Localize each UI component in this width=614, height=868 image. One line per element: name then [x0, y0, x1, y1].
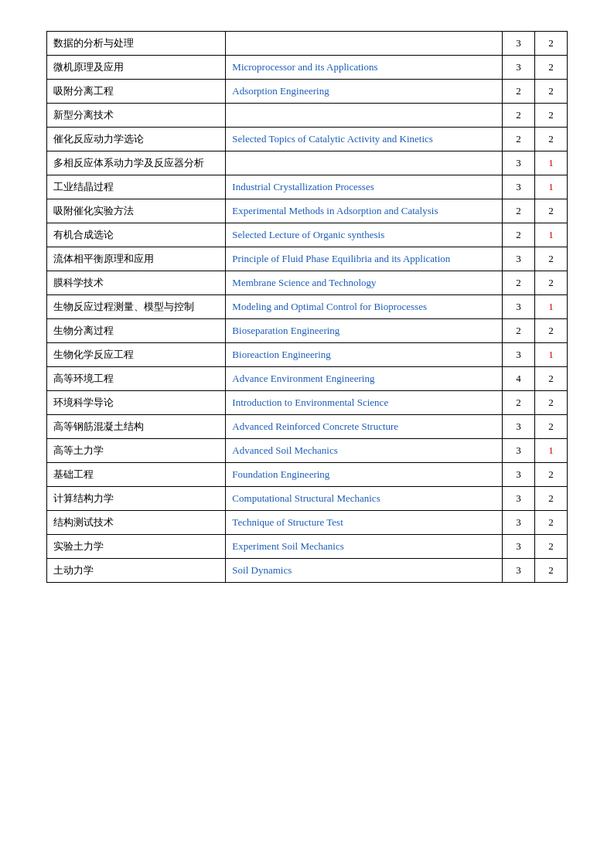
- course-hours: 2: [534, 128, 567, 151]
- course-credit: 3: [502, 295, 534, 319]
- course-chinese-name: 微机原理及应用: [47, 56, 226, 80]
- course-hours: 2: [534, 199, 567, 223]
- course-hours: 2: [534, 559, 567, 583]
- course-credit: 3: [502, 247, 534, 271]
- course-hours: 2: [534, 104, 567, 128]
- course-credit: 2: [502, 223, 534, 247]
- course-chinese-name: 吸附分离工程: [47, 80, 226, 104]
- course-chinese-name: 结构测试技术: [47, 511, 226, 535]
- course-english-name: Foundation Engineering: [226, 463, 503, 487]
- table-row: 生物分离过程Bioseparation Engineering22: [47, 319, 568, 343]
- course-credit: 3: [502, 343, 534, 367]
- table-row: 高等环境工程Advance Environment Engineering42: [47, 367, 568, 391]
- course-credit: 2: [502, 104, 534, 128]
- table-row: 有机合成选论Selected Lecture of Organic synthe…: [47, 223, 568, 247]
- course-credit: 3: [502, 151, 534, 175]
- course-hours: 2: [534, 535, 567, 559]
- course-hours: 2: [534, 80, 567, 104]
- course-credit: 3: [502, 511, 534, 535]
- course-credit: 3: [502, 32, 534, 56]
- table-row: 流体相平衡原理和应用Principle of Fluid Phase Equil…: [47, 247, 568, 271]
- table-row: 多相反应体系动力学及反应器分析31: [47, 151, 568, 175]
- table-row: 工业结晶过程Industrial Crystallization Process…: [47, 175, 568, 199]
- course-credit: 3: [502, 535, 534, 559]
- course-credit: 2: [502, 319, 534, 343]
- table-row: 催化反应动力学选论Selected Topics of Catalytic Ac…: [47, 128, 568, 151]
- course-credit: 3: [502, 56, 534, 80]
- course-english-name: Experimental Methods in Adsorption and C…: [226, 199, 503, 223]
- course-hours: 2: [534, 415, 567, 439]
- course-hours: 2: [534, 391, 567, 415]
- course-english-name: Microprocessor and its Applications: [226, 56, 503, 80]
- course-credit: 3: [502, 487, 534, 511]
- course-chinese-name: 高等环境工程: [47, 367, 226, 391]
- table-row: 土动力学Soil Dynamics32: [47, 559, 568, 583]
- course-chinese-name: 实验土力学: [47, 535, 226, 559]
- table-row: 基础工程Foundation Engineering32: [47, 463, 568, 487]
- table-row: 实验土力学Experiment Soil Mechanics32: [47, 535, 568, 559]
- course-english-name: Selected Lecture of Organic synthesis: [226, 223, 503, 247]
- course-english-name: Principle of Fluid Phase Equilibria and …: [226, 247, 503, 271]
- course-english-name: Industrial Crystallization Processes: [226, 175, 503, 199]
- course-english-name: Membrane Science and Technology: [226, 271, 503, 295]
- course-hours: 2: [534, 271, 567, 295]
- table-row: 计算结构力学Computational Structural Mechanics…: [47, 487, 568, 511]
- table-row: 环境科学导论Introduction to Environmental Scie…: [47, 391, 568, 415]
- course-chinese-name: 高等土力学: [47, 439, 226, 463]
- course-credit: 2: [502, 128, 534, 151]
- course-table: 数据的分析与处理32微机原理及应用Microprocessor and its …: [46, 31, 568, 583]
- table-row: 结构测试技术Technique of Structure Test32: [47, 511, 568, 535]
- course-chinese-name: 多相反应体系动力学及反应器分析: [47, 151, 226, 175]
- course-english-name: Bioreaction Engineering: [226, 343, 503, 367]
- course-english-name: [226, 151, 503, 175]
- course-credit: 2: [502, 271, 534, 295]
- course-hours: 1: [534, 295, 567, 319]
- course-hours: 2: [534, 247, 567, 271]
- course-english-name: Advanced Soil Mechanics: [226, 439, 503, 463]
- course-chinese-name: 工业结晶过程: [47, 175, 226, 199]
- course-english-name: Advance Environment Engineering: [226, 367, 503, 391]
- course-english-name: Soil Dynamics: [226, 559, 503, 583]
- table-row: 新型分离技术22: [47, 104, 568, 128]
- course-hours: 2: [534, 487, 567, 511]
- course-english-name: Selected Topics of Catalytic Activity an…: [226, 128, 503, 151]
- table-row: 微机原理及应用Microprocessor and its Applicatio…: [47, 56, 568, 80]
- course-credit: 3: [502, 463, 534, 487]
- course-chinese-name: 生物分离过程: [47, 319, 226, 343]
- course-english-name: Adsorption Engineering: [226, 80, 503, 104]
- course-english-name: Advanced Reinforced Concrete Structure: [226, 415, 503, 439]
- course-chinese-name: 流体相平衡原理和应用: [47, 247, 226, 271]
- course-credit: 2: [502, 391, 534, 415]
- course-english-name: Bioseparation Engineering: [226, 319, 503, 343]
- course-english-name: [226, 104, 503, 128]
- course-hours: 1: [534, 151, 567, 175]
- table-row: 吸附催化实验方法Experimental Methods in Adsorpti…: [47, 199, 568, 223]
- course-chinese-name: 催化反应动力学选论: [47, 128, 226, 151]
- course-english-name: Modeling and Optimal Control for Bioproc…: [226, 295, 503, 319]
- course-credit: 2: [502, 80, 534, 104]
- course-chinese-name: 吸附催化实验方法: [47, 199, 226, 223]
- course-chinese-name: 基础工程: [47, 463, 226, 487]
- course-credit: 3: [502, 175, 534, 199]
- course-chinese-name: 生物化学反应工程: [47, 343, 226, 367]
- course-hours: 1: [534, 175, 567, 199]
- course-english-name: Experiment Soil Mechanics: [226, 535, 503, 559]
- course-hours: 2: [534, 32, 567, 56]
- course-chinese-name: 膜科学技术: [47, 271, 226, 295]
- course-chinese-name: 生物反应过程测量、模型与控制: [47, 295, 226, 319]
- course-credit: 3: [502, 439, 534, 463]
- course-hours: 2: [534, 463, 567, 487]
- table-row: 膜科学技术Membrane Science and Technology22: [47, 271, 568, 295]
- table-row: 生物反应过程测量、模型与控制Modeling and Optimal Contr…: [47, 295, 568, 319]
- course-english-name: [226, 32, 503, 56]
- course-chinese-name: 环境科学导论: [47, 391, 226, 415]
- course-hours: 2: [534, 367, 567, 391]
- course-hours: 2: [534, 319, 567, 343]
- course-hours: 2: [534, 56, 567, 80]
- course-credit: 4: [502, 367, 534, 391]
- course-credit: 3: [502, 415, 534, 439]
- course-english-name: Computational Structural Mechanics: [226, 487, 503, 511]
- course-credit: 2: [502, 199, 534, 223]
- course-chinese-name: 计算结构力学: [47, 487, 226, 511]
- course-chinese-name: 有机合成选论: [47, 223, 226, 247]
